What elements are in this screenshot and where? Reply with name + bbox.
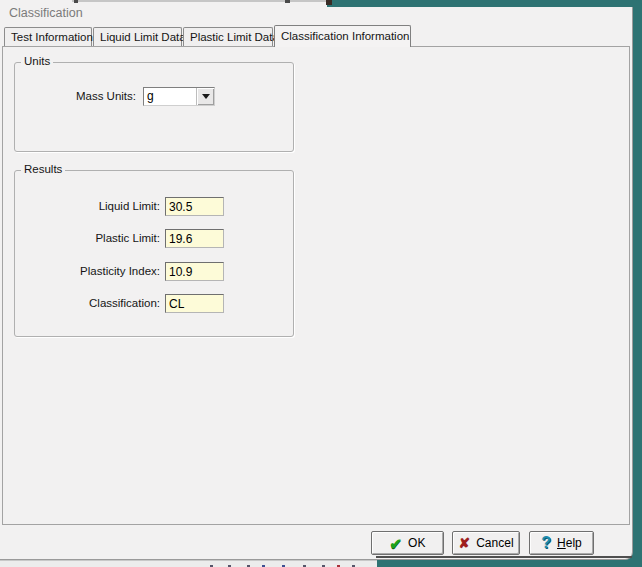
background-window-titlebar [327,0,642,7]
ok-button[interactable]: OK [371,531,444,555]
tab-test-information[interactable]: Test Information [4,27,92,46]
results-group-title: Results [21,163,65,175]
classification-information-panel: Units Mass Units: g Results Liquid Limit… [2,46,630,525]
classification-dialog: Classification Test Information Liquid L… [0,0,633,560]
plasticity-index-field[interactable] [165,262,224,281]
tab-classification-information[interactable]: Classification Information [274,25,411,47]
cancel-button[interactable]: Cancel [452,531,520,555]
units-group-title: Units [21,55,53,67]
tab-liquid-limit-data[interactable]: Liquid Limit Data [93,27,182,46]
question-mark-icon [541,535,551,551]
liquid-limit-label: Liquid Limit: [15,200,160,212]
chevron-down-icon [202,94,210,99]
help-button[interactable]: Help [529,531,594,555]
taskbar-edge [0,560,377,567]
plasticity-index-label: Plasticity Index: [15,265,160,277]
background-window-edge [74,0,78,3]
background-window-edge [285,0,290,3]
dropdown-button[interactable] [196,88,214,105]
background-window-edge [326,0,332,5]
plastic-limit-label: Plastic Limit: [15,232,160,244]
results-groupbox: Results Liquid Limit: Plastic Limit: Pla… [14,170,294,337]
green-check-icon [390,536,403,551]
dialog-title: Classification [9,6,83,20]
help-button-label: Help [557,536,582,550]
classification-label: Classification: [15,297,160,309]
ok-button-label: OK [408,536,425,550]
cancel-button-label: Cancel [476,536,513,550]
tab-plastic-limit-data[interactable]: Plastic Limit Data [183,27,273,46]
mass-units-dropdown[interactable]: g [143,87,215,106]
classification-field[interactable] [165,294,224,313]
background-window-edge [376,556,632,558]
mass-units-label: Mass Units: [15,90,136,102]
liquid-limit-field[interactable] [165,197,224,216]
mass-units-value: g [147,89,154,103]
red-x-icon [458,536,470,550]
plastic-limit-field[interactable] [165,229,224,248]
units-groupbox: Units Mass Units: g [14,62,294,152]
